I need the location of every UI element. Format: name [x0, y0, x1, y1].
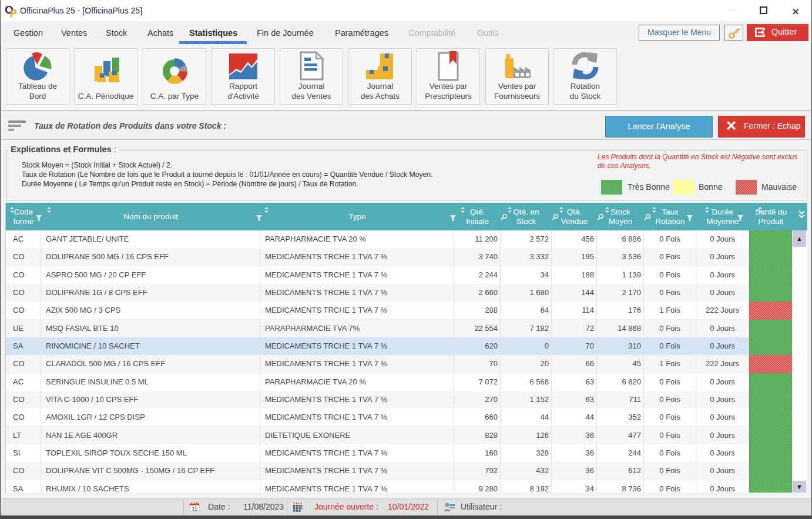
svg-text:31: 31 — [192, 506, 197, 512]
